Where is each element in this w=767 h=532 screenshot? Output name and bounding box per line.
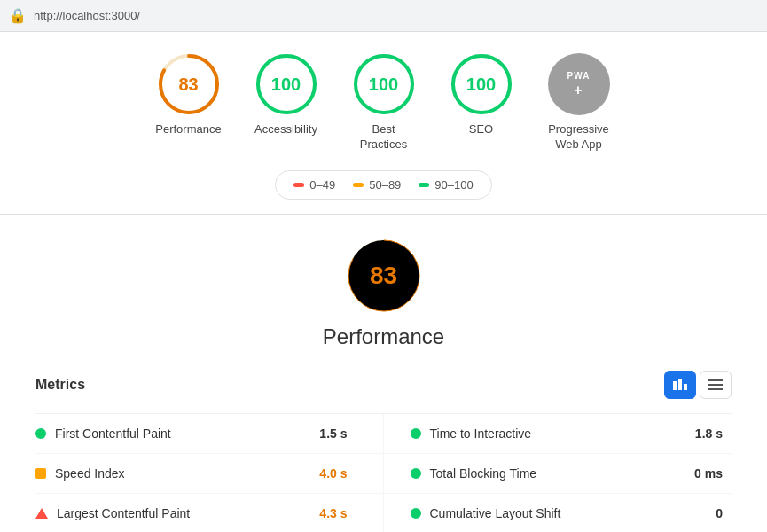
metric-value: 1.5 s: [319, 426, 347, 441]
green-indicator: [411, 508, 421, 519]
legend-pass: 90–100: [419, 178, 473, 192]
metric-name: First Contentful Paint: [55, 426, 171, 441]
bar-chart-icon: [672, 377, 688, 393]
fail-range: 0–49: [309, 178, 335, 192]
score-label-best-practices: BestPractices: [360, 122, 407, 153]
score-value-best-practices: 100: [369, 74, 398, 95]
metric-value: 1.8 s: [695, 426, 723, 441]
score-circle-best-practices: 100: [353, 53, 415, 115]
green-indicator: [411, 428, 421, 439]
metric-item: First Contentful Paint 1.5 s: [35, 414, 384, 454]
score-value-accessibility: 100: [271, 74, 301, 95]
metric-item: Cumulative Layout Shift 0: [384, 494, 732, 532]
metric-left: Time to Interactive: [411, 426, 532, 441]
metrics-grid: First Contentful Paint 1.5 s Time to Int…: [35, 413, 732, 532]
score-circle-accessibility: 100: [255, 53, 317, 115]
metric-value: 4.0 s: [319, 466, 347, 481]
perf-title: Performance: [323, 325, 444, 349]
metric-item: Speed Index 4.0 s: [35, 454, 384, 494]
score-item-seo: 100 SEO: [442, 53, 521, 137]
score-value-seo: 100: [466, 74, 496, 95]
metric-item: Total Blocking Time 0 ms: [384, 454, 732, 494]
metric-item: Largest Contentful Paint 4.3 s: [35, 494, 384, 532]
pwa-icon: +: [574, 82, 583, 98]
metrics-header: Metrics: [35, 371, 732, 399]
metrics-toggle: [664, 371, 732, 399]
svg-rect-12: [684, 384, 687, 390]
metric-value: 0 ms: [694, 466, 723, 481]
svg-rect-10: [673, 381, 677, 390]
average-range: 50–89: [369, 178, 401, 192]
address-bar: 🔒 http://localhost:3000/: [0, 0, 767, 32]
legend: 0–49 50–89 90–100: [275, 170, 491, 200]
score-circle-seo: 100: [450, 53, 513, 115]
lock-icon: 🔒: [9, 7, 27, 24]
pwa-circle: PWA +: [548, 53, 610, 115]
svg-rect-11: [678, 379, 682, 390]
score-item-performance: 83 Performance: [149, 53, 229, 137]
score-item-accessibility: 100 Accessibility: [247, 53, 326, 137]
metric-value: 4.3 s: [319, 506, 347, 520]
metric-name: Largest Contentful Paint: [57, 506, 190, 520]
bar-view-button[interactable]: [664, 371, 696, 399]
list-view-button[interactable]: [700, 371, 732, 399]
red-indicator: [35, 508, 48, 519]
orange-indicator: [35, 468, 46, 479]
legend-average: 50–89: [353, 178, 401, 192]
metric-left: Largest Contentful Paint: [35, 506, 190, 520]
metric-value: 0: [716, 506, 723, 520]
metric-left: First Contentful Paint: [35, 426, 171, 441]
score-circle-performance: 83: [158, 53, 220, 115]
metric-name: Total Blocking Time: [430, 466, 537, 481]
score-label-performance: Performance: [155, 122, 221, 137]
metric-left: Cumulative Layout Shift: [411, 506, 561, 520]
legend-fail: 0–49: [293, 178, 335, 192]
svg-rect-13: [708, 379, 723, 381]
metric-name: Cumulative Layout Shift: [430, 506, 561, 520]
svg-rect-15: [708, 388, 723, 390]
score-label-seo: SEO: [469, 122, 493, 137]
score-item-best-practices: 100 BestPractices: [344, 53, 424, 153]
metric-name: Speed Index: [55, 466, 125, 481]
pwa-abbr: PWA: [567, 71, 591, 81]
perf-header: 83 Performance: [35, 236, 732, 349]
pwa-label: ProgressiveWeb App: [548, 122, 609, 153]
metric-left: Speed Index: [35, 466, 125, 481]
pass-dot: [419, 183, 429, 187]
green-indicator: [411, 468, 421, 479]
pass-range: 90–100: [434, 178, 473, 192]
list-icon: [708, 377, 724, 393]
perf-score-value: 83: [370, 262, 397, 290]
metric-name: Time to Interactive: [430, 426, 532, 441]
green-indicator: [35, 428, 46, 439]
pwa-score-item: PWA + ProgressiveWeb App: [539, 53, 619, 153]
score-label-accessibility: Accessibility: [254, 122, 317, 137]
score-value-performance: 83: [178, 74, 198, 95]
average-dot: [353, 183, 364, 187]
scores-section: 83 Performance 100 Accessibility 100 Bes…: [0, 32, 767, 215]
metrics-label: Metrics: [35, 377, 85, 393]
perf-score-circle: 83: [344, 236, 424, 316]
fail-dot: [293, 183, 304, 187]
scores-row: 83 Performance 100 Accessibility 100 Bes…: [149, 53, 619, 153]
metric-left: Total Blocking Time: [411, 466, 537, 481]
url-text: http://localhost:3000/: [34, 9, 140, 22]
svg-rect-14: [708, 384, 723, 386]
main-section: 83 Performance Metrics: [0, 215, 767, 532]
metric-item: Time to Interactive 1.8 s: [384, 414, 732, 454]
